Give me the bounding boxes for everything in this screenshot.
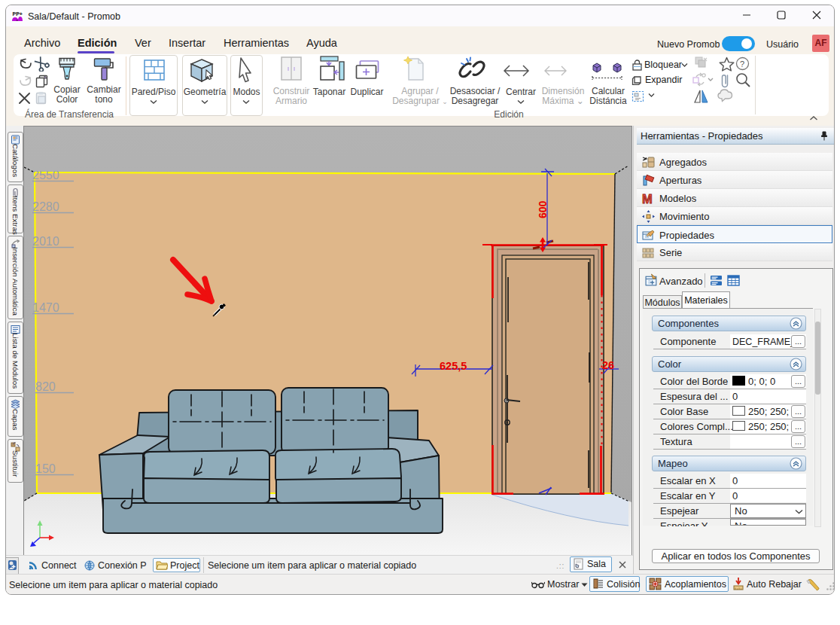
- svg-text:600: 600: [537, 200, 549, 218]
- svg-text:PP+: PP+: [13, 11, 23, 17]
- svg-text:?: ?: [740, 59, 744, 69]
- svg-text:M: M: [642, 192, 653, 205]
- svg-text:1470: 1470: [32, 301, 59, 314]
- svg-text:820: 820: [35, 380, 56, 393]
- svg-text:26: 26: [602, 359, 614, 371]
- svg-text:2280: 2280: [32, 200, 59, 213]
- svg-text:2010: 2010: [32, 235, 59, 248]
- svg-text:150: 150: [35, 462, 56, 475]
- svg-text:625,5: 625,5: [440, 360, 467, 372]
